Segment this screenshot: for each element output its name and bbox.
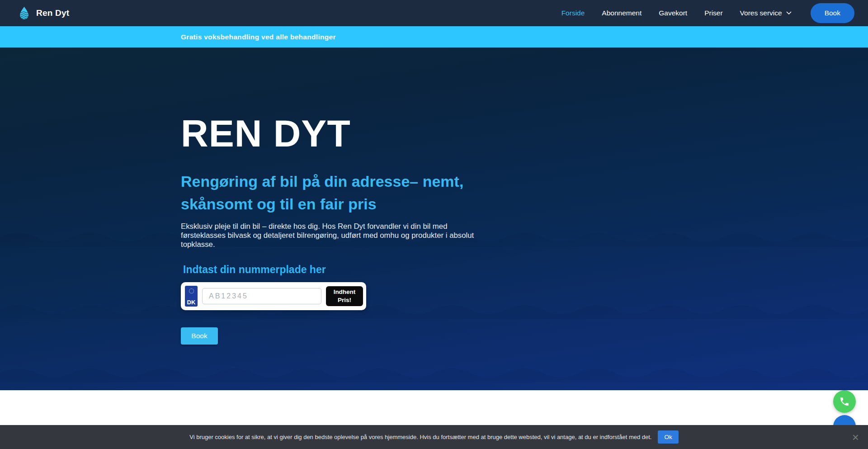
hero-subtitle: Rengøring af bil på din adresse– nemt, s… [181,170,488,216]
nav-item-label: Vores service [740,9,782,17]
nav-book-button[interactable]: Book [811,3,854,23]
promo-banner: Gratis voksbehandling ved alle behandlin… [0,26,868,47]
license-plate-input[interactable] [202,288,321,304]
plate-country-code: DK [187,299,196,305]
cookie-notice-text: Vi bruger cookies for at sikre, at vi gi… [189,434,651,440]
plate-country-strip: DK [185,286,198,307]
brand-logo[interactable]: Ren Dyt [18,6,69,20]
phone-icon [839,396,850,407]
nav-item-abonnement[interactable]: Abonnement [602,9,642,17]
promo-banner-text: Gratis voksbehandling ved alle behandlin… [181,33,336,41]
get-price-button[interactable]: Indhent Pris! [326,286,363,306]
water-drop-icon [18,6,30,20]
eu-stars-icon [189,288,194,293]
hero-book-button[interactable]: Book [181,327,218,345]
plate-prompt-label: Indtast din nummerplade her [181,264,687,276]
cookie-notice-bar: Vi bruger cookies for at sikre, at vi gi… [0,425,868,449]
cookie-ok-button[interactable]: Ok [658,430,678,444]
nav-item-vores-service[interactable]: Vores service [740,9,792,17]
nav-item-gavekort[interactable]: Gavekort [659,9,687,17]
close-icon[interactable]: × [852,431,859,443]
license-plate-widget: DK Indhent Pris! [181,282,366,310]
brand-name: Ren Dyt [36,8,69,18]
wave-pattern [0,364,868,382]
nav-item-forside[interactable]: Forside [561,9,585,17]
chevron-down-icon [786,11,792,15]
hero-title: REN DYT [181,114,687,152]
footer-white-band [0,390,868,425]
top-navbar: Ren Dyt Forside Abonnement Gavekort Pris… [0,0,868,26]
phone-call-button[interactable] [833,390,856,413]
hero-description: Eksklusiv pleje til din bil – direkte ho… [181,222,483,249]
main-navigation: Forside Abonnement Gavekort Priser Vores… [561,3,854,23]
nav-item-priser[interactable]: Priser [704,9,722,17]
hero-section: REN DYT Rengøring af bil på din adresse–… [0,47,868,390]
